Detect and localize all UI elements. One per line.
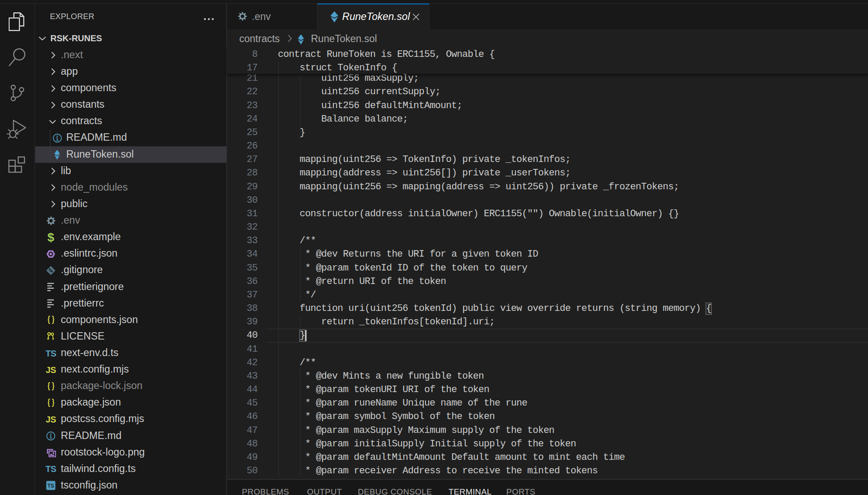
svg-text:TS: TS [47, 483, 54, 489]
